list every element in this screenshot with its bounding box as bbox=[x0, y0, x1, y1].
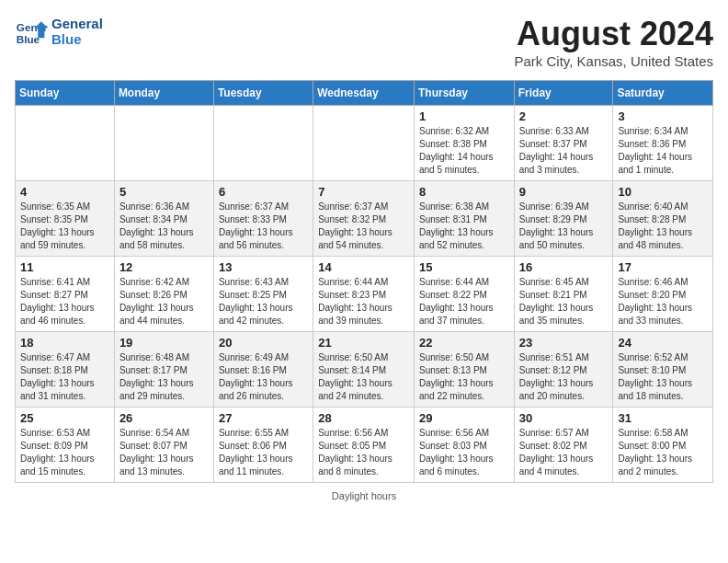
day-cell: 7Sunrise: 6:37 AM Sunset: 8:32 PM Daylig… bbox=[313, 181, 415, 257]
day-number: 15 bbox=[419, 260, 509, 274]
day-cell: 10Sunrise: 6:40 AM Sunset: 8:28 PM Dayli… bbox=[613, 181, 713, 257]
logo-line1: General bbox=[51, 16, 103, 31]
day-cell: 6Sunrise: 6:37 AM Sunset: 8:33 PM Daylig… bbox=[213, 181, 313, 257]
day-number: 9 bbox=[519, 185, 609, 199]
day-number: 30 bbox=[519, 411, 609, 425]
day-cell: 20Sunrise: 6:49 AM Sunset: 8:16 PM Dayli… bbox=[213, 332, 313, 408]
day-number: 23 bbox=[519, 336, 609, 350]
day-info: Sunrise: 6:46 AM Sunset: 8:20 PM Dayligh… bbox=[618, 276, 708, 327]
day-info: Sunrise: 6:41 AM Sunset: 8:27 PM Dayligh… bbox=[20, 276, 109, 327]
day-cell: 18Sunrise: 6:47 AM Sunset: 8:18 PM Dayli… bbox=[16, 332, 115, 408]
day-info: Sunrise: 6:50 AM Sunset: 8:14 PM Dayligh… bbox=[318, 351, 409, 403]
day-info: Sunrise: 6:52 AM Sunset: 8:10 PM Dayligh… bbox=[618, 351, 708, 403]
day-number: 10 bbox=[618, 185, 708, 199]
day-info: Sunrise: 6:38 AM Sunset: 8:31 PM Dayligh… bbox=[419, 201, 509, 252]
day-number: 3 bbox=[618, 109, 708, 123]
day-number: 22 bbox=[419, 336, 509, 350]
page-header: General Blue General Blue August 2024 Pa… bbox=[15, 15, 713, 69]
day-number: 25 bbox=[20, 411, 109, 425]
day-info: Sunrise: 6:33 AM Sunset: 8:37 PM Dayligh… bbox=[519, 125, 609, 177]
day-info: Sunrise: 6:37 AM Sunset: 8:32 PM Dayligh… bbox=[318, 201, 409, 252]
header-cell-tuesday: Tuesday bbox=[213, 81, 313, 106]
day-info: Sunrise: 6:50 AM Sunset: 8:13 PM Dayligh… bbox=[419, 351, 509, 403]
day-cell: 29Sunrise: 6:56 AM Sunset: 8:03 PM Dayli… bbox=[414, 408, 514, 483]
day-number: 24 bbox=[618, 336, 708, 350]
day-info: Sunrise: 6:44 AM Sunset: 8:22 PM Dayligh… bbox=[419, 276, 509, 327]
day-number: 17 bbox=[618, 260, 708, 274]
svg-text:Blue: Blue bbox=[17, 33, 40, 45]
day-cell: 26Sunrise: 6:54 AM Sunset: 8:07 PM Dayli… bbox=[114, 408, 213, 483]
day-cell bbox=[313, 106, 415, 181]
day-info: Sunrise: 6:45 AM Sunset: 8:21 PM Dayligh… bbox=[519, 276, 609, 327]
day-info: Sunrise: 6:32 AM Sunset: 8:38 PM Dayligh… bbox=[419, 125, 509, 177]
day-number: 13 bbox=[219, 260, 308, 274]
day-cell: 1Sunrise: 6:32 AM Sunset: 8:38 PM Daylig… bbox=[414, 106, 514, 181]
day-number: 28 bbox=[318, 411, 409, 425]
day-cell: 28Sunrise: 6:56 AM Sunset: 8:05 PM Dayli… bbox=[313, 408, 415, 483]
header-row: SundayMondayTuesdayWednesdayThursdayFrid… bbox=[16, 81, 713, 106]
day-info: Sunrise: 6:35 AM Sunset: 8:35 PM Dayligh… bbox=[20, 201, 109, 252]
header-cell-thursday: Thursday bbox=[414, 81, 514, 106]
day-info: Sunrise: 6:55 AM Sunset: 8:06 PM Dayligh… bbox=[219, 427, 308, 478]
day-number: 27 bbox=[219, 411, 308, 425]
day-number: 20 bbox=[219, 336, 308, 350]
day-cell bbox=[213, 106, 313, 181]
title-area: August 2024 Park City, Kansas, United St… bbox=[515, 15, 713, 69]
week-row-1: 1Sunrise: 6:32 AM Sunset: 8:38 PM Daylig… bbox=[16, 106, 713, 181]
day-cell: 16Sunrise: 6:45 AM Sunset: 8:21 PM Dayli… bbox=[514, 257, 613, 332]
month-title: August 2024 bbox=[515, 15, 713, 53]
day-cell: 11Sunrise: 6:41 AM Sunset: 8:27 PM Dayli… bbox=[16, 257, 115, 332]
day-info: Sunrise: 6:57 AM Sunset: 8:02 PM Dayligh… bbox=[519, 427, 609, 478]
location-title: Park City, Kansas, United States bbox=[515, 53, 713, 69]
day-info: Sunrise: 6:43 AM Sunset: 8:25 PM Dayligh… bbox=[219, 276, 308, 327]
day-cell: 25Sunrise: 6:53 AM Sunset: 8:09 PM Dayli… bbox=[16, 408, 115, 483]
day-number: 4 bbox=[20, 185, 109, 199]
day-info: Sunrise: 6:34 AM Sunset: 8:36 PM Dayligh… bbox=[618, 125, 708, 177]
day-number: 31 bbox=[618, 411, 708, 425]
day-number: 29 bbox=[419, 411, 509, 425]
day-cell: 5Sunrise: 6:36 AM Sunset: 8:34 PM Daylig… bbox=[114, 181, 213, 257]
day-cell: 4Sunrise: 6:35 AM Sunset: 8:35 PM Daylig… bbox=[16, 181, 115, 257]
day-number: 5 bbox=[119, 185, 209, 199]
header-cell-wednesday: Wednesday bbox=[313, 81, 415, 106]
day-cell: 8Sunrise: 6:38 AM Sunset: 8:31 PM Daylig… bbox=[414, 181, 514, 257]
header-cell-saturday: Saturday bbox=[613, 81, 713, 106]
header-cell-friday: Friday bbox=[514, 81, 613, 106]
header-cell-sunday: Sunday bbox=[16, 81, 115, 106]
week-row-3: 11Sunrise: 6:41 AM Sunset: 8:27 PM Dayli… bbox=[16, 257, 713, 332]
day-info: Sunrise: 6:40 AM Sunset: 8:28 PM Dayligh… bbox=[618, 201, 708, 252]
day-number: 21 bbox=[318, 336, 409, 350]
day-number: 8 bbox=[419, 185, 509, 199]
day-cell: 27Sunrise: 6:55 AM Sunset: 8:06 PM Dayli… bbox=[213, 408, 313, 483]
day-cell: 15Sunrise: 6:44 AM Sunset: 8:22 PM Dayli… bbox=[414, 257, 514, 332]
day-cell bbox=[114, 106, 213, 181]
day-info: Sunrise: 6:53 AM Sunset: 8:09 PM Dayligh… bbox=[20, 427, 109, 478]
day-cell: 12Sunrise: 6:42 AM Sunset: 8:26 PM Dayli… bbox=[114, 257, 213, 332]
day-number: 6 bbox=[219, 185, 308, 199]
logo: General Blue General Blue bbox=[15, 15, 103, 48]
day-info: Sunrise: 6:54 AM Sunset: 8:07 PM Dayligh… bbox=[119, 427, 209, 478]
header-cell-monday: Monday bbox=[114, 81, 213, 106]
calendar-body: 1Sunrise: 6:32 AM Sunset: 8:38 PM Daylig… bbox=[16, 106, 713, 483]
day-cell: 19Sunrise: 6:48 AM Sunset: 8:17 PM Dayli… bbox=[114, 332, 213, 408]
day-info: Sunrise: 6:42 AM Sunset: 8:26 PM Dayligh… bbox=[119, 276, 209, 327]
day-info: Sunrise: 6:56 AM Sunset: 8:05 PM Dayligh… bbox=[318, 427, 409, 478]
day-number: 2 bbox=[519, 109, 609, 123]
day-cell: 31Sunrise: 6:58 AM Sunset: 8:00 PM Dayli… bbox=[613, 408, 713, 483]
week-row-5: 25Sunrise: 6:53 AM Sunset: 8:09 PM Dayli… bbox=[16, 408, 713, 483]
day-info: Sunrise: 6:47 AM Sunset: 8:18 PM Dayligh… bbox=[20, 351, 109, 403]
calendar-table: SundayMondayTuesdayWednesdayThursdayFrid… bbox=[15, 80, 713, 483]
day-number: 18 bbox=[20, 336, 109, 350]
day-info: Sunrise: 6:49 AM Sunset: 8:16 PM Dayligh… bbox=[219, 351, 308, 403]
day-info: Sunrise: 6:56 AM Sunset: 8:03 PM Dayligh… bbox=[419, 427, 509, 478]
day-number: 19 bbox=[119, 336, 209, 350]
day-cell: 30Sunrise: 6:57 AM Sunset: 8:02 PM Dayli… bbox=[514, 408, 613, 483]
day-number: 7 bbox=[318, 185, 409, 199]
day-cell: 9Sunrise: 6:39 AM Sunset: 8:29 PM Daylig… bbox=[514, 181, 613, 257]
day-info: Sunrise: 6:37 AM Sunset: 8:33 PM Dayligh… bbox=[219, 201, 308, 252]
day-info: Sunrise: 6:39 AM Sunset: 8:29 PM Dayligh… bbox=[519, 201, 609, 252]
day-number: 26 bbox=[119, 411, 209, 425]
day-cell: 23Sunrise: 6:51 AM Sunset: 8:12 PM Dayli… bbox=[514, 332, 613, 408]
day-info: Sunrise: 6:44 AM Sunset: 8:23 PM Dayligh… bbox=[318, 276, 409, 327]
day-number: 16 bbox=[519, 260, 609, 274]
